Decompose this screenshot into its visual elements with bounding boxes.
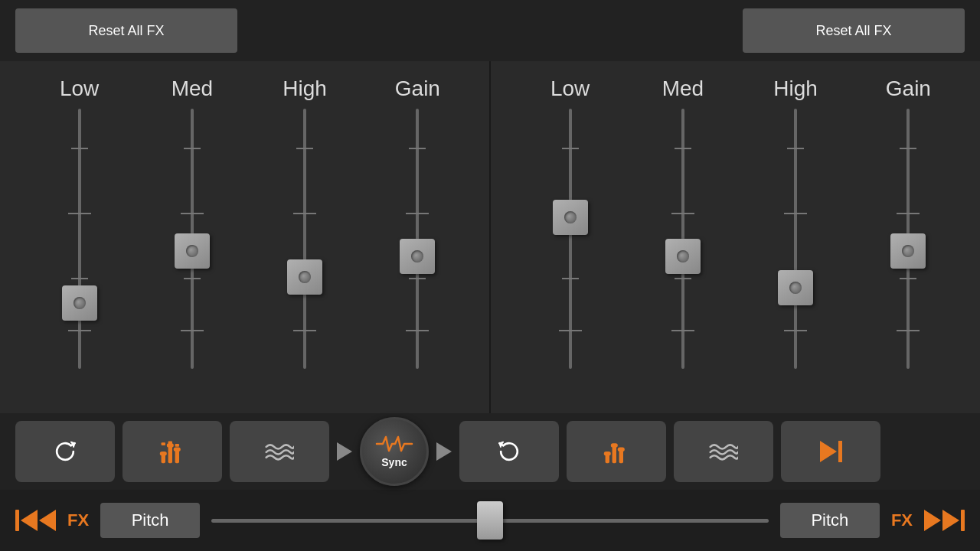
low-left-thumb[interactable] [62, 285, 97, 321]
eq-right-panel: Low Med [489, 61, 980, 413]
play-left-button[interactable] [337, 442, 352, 461]
gain-right-slider[interactable] [885, 109, 931, 369]
eq-left-icon [158, 439, 186, 464]
reset-left-button[interactable] [15, 421, 115, 482]
low-left-ticks [57, 109, 103, 369]
slider-col-low-left: Low [23, 77, 136, 369]
reset-fx-left-button[interactable]: Reset All FX [15, 8, 237, 53]
med-left-thumb[interactable] [175, 233, 210, 269]
eq-left-panel: Low Med [0, 61, 489, 413]
wave-right-icon [709, 441, 738, 462]
play-right-button[interactable] [436, 442, 452, 461]
gain-left-thumb[interactable] [400, 239, 435, 274]
eq-right-icon [603, 439, 630, 464]
fx-right-button[interactable]: FX [891, 510, 913, 530]
low-right-label: Low [550, 77, 590, 101]
svg-rect-8 [174, 448, 181, 452]
high-right-label: High [773, 77, 818, 101]
low-right-slider[interactable] [547, 109, 593, 369]
pitch-slider-thumb[interactable] [477, 501, 503, 540]
skip-to-start-left-button[interactable] [15, 510, 56, 531]
med-right-thumb[interactable] [665, 239, 701, 274]
svg-rect-12 [604, 452, 611, 455]
svg-rect-13 [611, 443, 618, 447]
low-right-thumb[interactable] [553, 200, 588, 235]
play-left-icon [337, 442, 352, 461]
fx-left-button[interactable]: FX [67, 510, 89, 530]
eq-right-button[interactable] [567, 421, 666, 482]
skip-bar-right-icon [924, 510, 965, 531]
high-right-ticks [773, 109, 818, 369]
low-left-slider[interactable] [57, 109, 103, 369]
high-right-slider[interactable] [773, 109, 818, 369]
slider-col-high-left: High [249, 77, 361, 369]
top-bar: Reset All FX Reset All FX [0, 0, 980, 61]
slider-col-gain-right: Gain [852, 77, 965, 369]
med-left-label: Med [172, 77, 213, 101]
svg-rect-14 [618, 448, 625, 452]
skip-right-button[interactable] [781, 421, 880, 482]
high-left-ticks [282, 109, 328, 369]
wave-left-icon [265, 441, 294, 462]
svg-rect-5 [175, 444, 179, 447]
slider-col-low-right: Low [514, 77, 626, 369]
med-right-label: Med [662, 77, 704, 101]
eq-left-button[interactable] [122, 421, 222, 482]
svg-rect-7 [167, 443, 174, 447]
refresh-left-icon [51, 438, 79, 465]
gain-right-thumb[interactable] [890, 233, 926, 269]
pitch-right-button[interactable]: Pitch [780, 503, 880, 538]
low-left-label: Low [60, 77, 99, 101]
high-right-thumb[interactable] [778, 270, 813, 305]
play-right-icon [436, 442, 452, 461]
sync-button[interactable]: Sync [360, 417, 429, 486]
slider-col-med-left: Med [136, 77, 248, 369]
high-left-thumb[interactable] [287, 259, 322, 295]
skip-bar-left-icon [15, 510, 56, 531]
pitch-slider[interactable] [211, 515, 769, 526]
wave-left-button[interactable] [230, 421, 329, 482]
low-right-ticks [547, 109, 593, 369]
svg-rect-10 [612, 445, 616, 463]
med-left-slider[interactable] [169, 109, 215, 369]
skip-right-icon [820, 441, 842, 462]
med-right-slider[interactable] [660, 109, 706, 369]
high-left-slider[interactable] [282, 109, 328, 369]
reset-fx-right-button[interactable]: Reset All FX [743, 8, 965, 53]
slider-col-gain-left: Gain [361, 77, 474, 369]
pitch-left-button[interactable]: Pitch [100, 503, 200, 538]
high-left-label: High [283, 77, 327, 101]
gain-right-label: Gain [886, 77, 931, 101]
refresh-right-icon [495, 438, 523, 465]
gain-left-label: Gain [395, 77, 440, 101]
wave-right-button[interactable] [674, 421, 773, 482]
gain-left-slider[interactable] [394, 109, 440, 369]
bottom-bar: FX Pitch Pitch FX [0, 490, 980, 551]
eq-section: Low Med [0, 61, 980, 413]
svg-rect-3 [162, 442, 165, 445]
slider-col-med-right: Med [626, 77, 739, 369]
sync-waveform-icon [375, 435, 413, 455]
svg-rect-6 [160, 452, 167, 455]
controls-section: Sync [0, 413, 980, 490]
sync-label: Sync [381, 456, 407, 468]
svg-rect-1 [168, 445, 172, 463]
skip-to-end-right-button[interactable] [924, 510, 965, 531]
reset-right-button[interactable] [459, 421, 559, 482]
slider-col-high-right: High [740, 77, 852, 369]
